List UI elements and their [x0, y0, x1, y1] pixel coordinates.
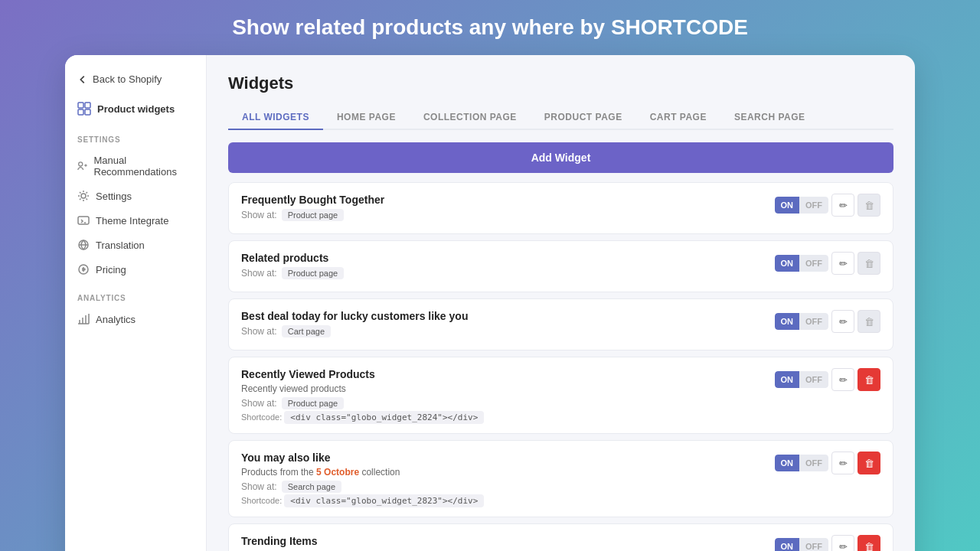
toggle-group: ON OFF [775, 313, 829, 330]
sidebar-item-translation[interactable]: Translation [65, 233, 206, 257]
widget-card-trending-items: Trending Items The best selling products… [228, 523, 893, 551]
toggle-off-button[interactable]: OFF [799, 371, 828, 388]
widget-sub: Recently viewed products [241, 383, 766, 394]
delete-button[interactable]: 🗑 [858, 535, 880, 551]
sidebar-item-analytics[interactable]: Analytics [65, 307, 206, 331]
sidebar-item-theme-integrate[interactable]: Theme Integrate [65, 208, 206, 233]
toggle-on-button[interactable]: ON [775, 455, 800, 471]
sidebar-item-pricing[interactable]: Pricing [65, 257, 206, 282]
widget-show-at: Show at: Product page [241, 397, 766, 409]
analytics-section-label: ANALYTICS [65, 291, 206, 307]
sidebar-item-settings-label: Settings [96, 191, 132, 202]
widget-controls: ON OFF ✏ 🗑 [775, 194, 881, 217]
tabs-bar: ALL WIDGETS HOME PAGE COLLECTION PAGE PR… [228, 106, 893, 130]
tab-collection-page[interactable]: COLLECTION PAGE [410, 106, 531, 130]
back-to-shopify[interactable]: Back to Shopify [65, 67, 206, 91]
widget-name: Related products [241, 252, 766, 264]
edit-icon: ✏ [839, 316, 848, 328]
toggle-on-button[interactable]: ON [775, 538, 800, 551]
tab-search-page[interactable]: SEARCH PAGE [720, 106, 819, 130]
edit-button[interactable]: ✏ [831, 310, 854, 333]
svg-point-4 [79, 162, 83, 166]
toggle-off-button[interactable]: OFF [799, 538, 828, 551]
svg-rect-0 [78, 103, 83, 108]
toggle-group: ON OFF [775, 371, 829, 388]
widget-card-related-products: Related products Show at: Product page O… [228, 240, 893, 292]
shortcode-label: Shortcode: [241, 496, 282, 505]
delete-button[interactable]: 🗑 [858, 368, 880, 391]
toggle-on-button[interactable]: ON [775, 371, 800, 388]
toggle-off-button[interactable]: OFF [799, 455, 828, 471]
page-tag: Product page [282, 267, 344, 279]
delete-button[interactable]: 🗑 [858, 252, 880, 275]
widget-info: Recently Viewed Products Recently viewed… [241, 368, 766, 422]
main-content: Widgets ALL WIDGETS HOME PAGE COLLECTION… [207, 55, 915, 551]
trash-icon: 🗑 [864, 200, 874, 211]
edit-button[interactable]: ✏ [831, 535, 854, 551]
widget-name: Trending Items [241, 535, 766, 547]
widget-controls: ON OFF ✏ 🗑 [775, 368, 881, 391]
widget-name: You may also like [241, 452, 766, 464]
sidebar-item-pricing-label: Pricing [96, 264, 126, 276]
svg-rect-2 [78, 109, 83, 115]
show-at-label: Show at: [241, 210, 277, 220]
svg-rect-1 [85, 103, 90, 108]
widget-card-frequently-bought: Frequently Bought Together Show at: Prod… [228, 182, 893, 234]
sidebar: Back to Shopify Product widgets SETTINGS… [65, 55, 207, 551]
toggle-off-button[interactable]: OFF [799, 313, 828, 330]
settings-section-label: SETTINGS [65, 132, 206, 148]
toggle-on-button[interactable]: ON [775, 313, 800, 330]
shortcode-label: Shortcode: [241, 412, 282, 422]
app-container: Back to Shopify Product widgets SETTINGS… [65, 55, 915, 551]
tab-all-widgets[interactable]: ALL WIDGETS [228, 106, 323, 130]
toggle-group: ON OFF [775, 255, 829, 272]
delete-button[interactable]: 🗑 [858, 452, 880, 474]
edit-button[interactable]: ✏ [831, 452, 854, 474]
widget-show-at: Show at: Product page [241, 209, 766, 221]
widget-shortcode: Shortcode: <div class="globo_widget_2823… [241, 496, 766, 506]
widget-controls: ON OFF ✏ 🗑 [775, 252, 881, 275]
toggle-group: ON OFF [775, 538, 829, 551]
tab-cart-page[interactable]: CART PAGE [636, 106, 720, 130]
page-header: Show related products any where by SHORT… [232, 15, 748, 55]
widget-shortcode: Shortcode: <div class="globo_widget_2824… [241, 412, 766, 422]
show-at-label: Show at: [241, 326, 277, 337]
settings-icon [77, 190, 90, 202]
edit-button[interactable]: ✏ [831, 194, 854, 217]
edit-icon: ✏ [839, 541, 848, 552]
edit-button[interactable]: ✏ [831, 252, 854, 275]
trash-icon: 🗑 [864, 458, 874, 469]
toggle-off-button[interactable]: OFF [799, 255, 828, 272]
widget-card-best-deal: Best deal today for lucky customers like… [228, 298, 893, 350]
widget-info: Related products Show at: Product page [241, 252, 766, 281]
widget-controls: ON OFF ✏ 🗑 [775, 452, 881, 474]
page-tag: Product page [282, 397, 344, 409]
back-label: Back to Shopify [93, 73, 162, 85]
edit-icon: ✏ [839, 200, 848, 211]
sidebar-item-settings[interactable]: Settings [65, 184, 206, 208]
delete-button[interactable]: 🗑 [858, 194, 880, 217]
toggle-on-button[interactable]: ON [775, 255, 800, 272]
page-title: Show related products any where by SHORT… [232, 15, 748, 40]
delete-button[interactable]: 🗑 [858, 310, 880, 333]
sub-prefix: Products from the [241, 467, 316, 478]
edit-button[interactable]: ✏ [831, 368, 854, 391]
svg-rect-3 [85, 109, 90, 115]
product-widgets-nav[interactable]: Product widgets [65, 94, 206, 123]
sidebar-item-theme-integrate-label: Theme Integrate [96, 215, 168, 227]
widget-controls: ON OFF ✏ 🗑 [775, 310, 881, 333]
toggle-group: ON OFF [775, 197, 829, 214]
show-at-label: Show at: [241, 268, 277, 279]
toggle-on-button[interactable]: ON [775, 197, 800, 214]
show-at-label: Show at: [241, 398, 277, 409]
sidebar-item-analytics-label: Analytics [96, 314, 136, 325]
svg-rect-6 [78, 217, 89, 224]
widget-info: Trending Items The best selling products… [241, 535, 766, 551]
manual-rec-icon [77, 160, 88, 172]
sub-suffix: collection [359, 467, 400, 478]
tab-home-page[interactable]: HOME PAGE [323, 106, 410, 130]
toggle-off-button[interactable]: OFF [799, 197, 828, 214]
tab-product-page[interactable]: PRODUCT PAGE [531, 106, 636, 130]
sidebar-item-manual-recommendations[interactable]: Manual Recommendations [65, 148, 206, 184]
add-widget-button[interactable]: Add Widget [228, 142, 893, 173]
